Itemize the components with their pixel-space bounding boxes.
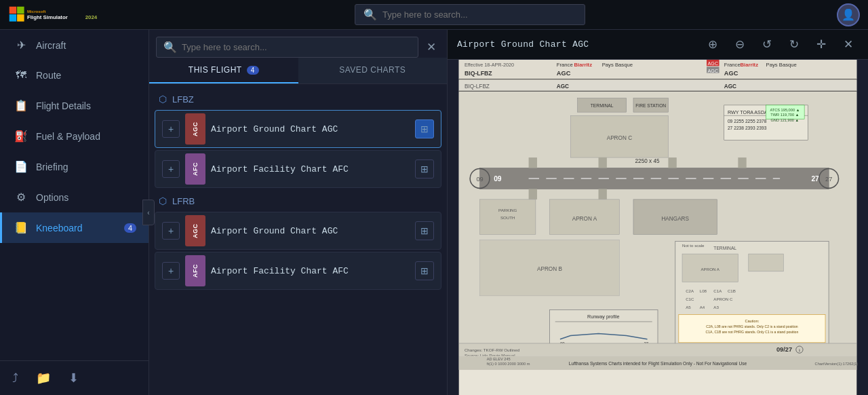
svg-text:C1A: C1A bbox=[713, 288, 722, 293]
kneeboard-search-close[interactable]: ✕ bbox=[422, 37, 440, 57]
kneeboard-search-area: 🔍 ✕ bbox=[149, 30, 447, 58]
kneeboard-icon: 📒 bbox=[14, 221, 28, 234]
chart-view: Airport Ground Chart AGC ⊕ ⊖ ↺ ↻ ✛ ✕ Eff… bbox=[448, 30, 868, 395]
svg-text:A4: A4 bbox=[700, 305, 705, 309]
chart-title: Airport Ground Chart AGC bbox=[457, 39, 696, 50]
svg-text:Lufthansa Systems Charts inten: Lufthansa Systems Charts intended for Fl… bbox=[569, 361, 747, 366]
chart-svg: Effective 18-APR-2020 BIQ-LFBZ France Bi… bbox=[448, 60, 868, 395]
sidebar-collapse-button[interactable]: ‹ bbox=[142, 200, 155, 225]
svg-text:09  2255 2255 2378: 09 2255 2255 2378 bbox=[728, 119, 767, 124]
upload-button[interactable]: ⤴ bbox=[9, 369, 21, 388]
svg-text:Changes: TKOF-RW Outlined: Changes: TKOF-RW Outlined bbox=[465, 347, 520, 352]
svg-text:2024: 2024 bbox=[85, 14, 98, 20]
chart-item-lfbz-afc[interactable]: + AFC Airport Facility Chart AFC ⊞ bbox=[155, 150, 441, 188]
svg-text:Biarritz: Biarritz bbox=[574, 62, 593, 68]
sidebar-footer: ⤴ 📁 ⬇ bbox=[0, 360, 149, 395]
chart-item-lfbz-agc[interactable]: + AGC Airport Ground Chart AGC ⊞ bbox=[155, 110, 441, 148]
svg-text:TERMINAL: TERMINAL bbox=[713, 246, 736, 250]
lfrb-afc-tag: AFC bbox=[185, 255, 205, 286]
chart-content: Effective 18-APR-2020 BIQ-LFBZ France Bi… bbox=[448, 60, 868, 395]
sidebar-item-fuel-payload[interactable]: ⛽ Fuel & Payload bbox=[0, 121, 149, 151]
svg-text:2250 x 45: 2250 x 45 bbox=[635, 158, 660, 164]
svg-text:AD ELEV 245: AD ELEV 245 bbox=[487, 357, 511, 361]
lfrb-agc-add-btn[interactable]: + bbox=[162, 222, 180, 240]
svg-rect-2 bbox=[9, 14, 17, 22]
svg-rect-8 bbox=[459, 60, 857, 79]
sidebar-item-briefing[interactable]: 📄 Briefing bbox=[0, 151, 149, 182]
chart-item-lfrb-agc[interactable]: + AGC Airport Ground Chart AGC ⊞ bbox=[155, 212, 441, 250]
sidebar-item-flight-details[interactable]: 📋 Flight Details bbox=[0, 90, 149, 121]
svg-text:09: 09 bbox=[494, 175, 502, 183]
svg-text:Effective 18-APR-2020: Effective 18-APR-2020 bbox=[465, 62, 514, 68]
refresh-button[interactable]: ↻ bbox=[784, 35, 804, 55]
svg-text:Runway profile: Runway profile bbox=[587, 314, 620, 320]
folder-button[interactable]: 📁 bbox=[33, 368, 54, 388]
lfbz-afc-name: Airport Facility Chart AFC bbox=[211, 164, 410, 174]
lfrb-afc-add-btn[interactable]: + bbox=[162, 262, 180, 280]
svg-text:C1B: C1B bbox=[728, 288, 736, 293]
svg-rect-24 bbox=[459, 80, 857, 91]
sidebar-item-options-label: Options bbox=[36, 192, 68, 203]
reset-button[interactable]: ↺ bbox=[757, 35, 777, 55]
svg-text:APRON A: APRON A bbox=[701, 267, 720, 271]
topbar: Microsoft Flight Simulator 2024 🔍 👤 bbox=[0, 0, 868, 30]
svg-text:09: 09 bbox=[476, 176, 483, 183]
svg-text:BIQ-LFBZ: BIQ-LFBZ bbox=[465, 70, 492, 77]
kneeboard-search-input[interactable] bbox=[182, 42, 411, 52]
svg-rect-1 bbox=[17, 6, 24, 14]
lfbz-agc-name: Airport Ground Chart AGC bbox=[211, 124, 410, 134]
svg-rect-41 bbox=[529, 157, 537, 168]
sidebar-item-route[interactable]: 🗺 Route bbox=[0, 60, 149, 90]
global-search-bar[interactable]: 🔍 bbox=[355, 4, 585, 25]
lfbz-agc-view-btn[interactable]: ⊞ bbox=[415, 119, 434, 138]
airport-header-lfrb: ⬡ LFRB bbox=[149, 190, 447, 210]
close-chart-button[interactable]: ✕ bbox=[838, 35, 859, 55]
svg-text:AGC: AGC bbox=[557, 70, 571, 77]
lfrb-hex-icon: ⬡ bbox=[159, 195, 167, 206]
lfbz-afc-tag: AFC bbox=[185, 153, 205, 185]
chart-item-lfrb-afc[interactable]: + AFC Airport Facility Chart AFC ⊞ bbox=[155, 252, 441, 290]
svg-text:AGC: AGC bbox=[708, 68, 719, 74]
main-layout: ✈ Aircraft 🗺 Route 📋 Flight Details ⛽ Fu… bbox=[0, 30, 868, 395]
svg-text:France: France bbox=[557, 62, 573, 68]
sidebar-item-kneeboard-label: Kneeboard bbox=[36, 223, 83, 233]
global-search-input[interactable] bbox=[382, 10, 576, 20]
briefing-icon: 📄 bbox=[14, 160, 28, 173]
zoom-out-button[interactable]: ⊖ bbox=[730, 35, 750, 55]
svg-text:C2A, L08 are not PHRG stands. : C2A, L08 are not PHRG stands. Only C2 is… bbox=[706, 324, 797, 328]
avatar[interactable]: 👤 bbox=[837, 3, 860, 26]
sidebar-item-options[interactable]: ⚙ Options bbox=[0, 182, 149, 212]
tab-this-flight[interactable]: THIS FLIGHT 4 bbox=[149, 58, 298, 83]
svg-text:TWR 119,700 ▲: TWR 119,700 ▲ bbox=[770, 113, 799, 117]
lfbz-afc-add-btn[interactable]: + bbox=[162, 160, 180, 178]
tab-saved-charts[interactable]: SAVED CHARTS bbox=[298, 58, 448, 83]
lfbz-afc-view-btn[interactable]: ⊞ bbox=[415, 159, 434, 178]
download-button[interactable]: ⬇ bbox=[66, 368, 81, 388]
kneeboard-badge: 4 bbox=[124, 223, 136, 233]
sidebar-item-kneeboard[interactable]: 📒 Kneeboard 4 bbox=[0, 212, 149, 243]
crosshair-button[interactable]: ✛ bbox=[811, 35, 831, 55]
svg-text:09/27: 09/27 bbox=[776, 346, 792, 353]
sidebar-item-flight-details-label: Flight Details bbox=[36, 100, 91, 111]
lfrb-afc-name: Airport Facility Chart AFC bbox=[211, 266, 410, 276]
flight-details-icon: 📋 bbox=[14, 99, 28, 112]
svg-text:L08: L08 bbox=[700, 288, 707, 293]
svg-text:27: 27 bbox=[825, 176, 832, 183]
zoom-in-button[interactable]: ⊕ bbox=[703, 35, 723, 55]
options-icon: ⚙ bbox=[14, 191, 28, 204]
svg-text:AGC: AGC bbox=[557, 83, 569, 90]
svg-text:Not to scale: Not to scale bbox=[682, 243, 705, 248]
tab-saved-charts-label: SAVED CHARTS bbox=[339, 65, 406, 75]
lfrb-agc-view-btn[interactable]: ⊞ bbox=[415, 221, 434, 240]
lfbz-agc-add-btn[interactable]: + bbox=[162, 120, 180, 138]
logo: Microsoft Flight Simulator 2024 bbox=[8, 4, 103, 26]
tab-this-flight-badge: 4 bbox=[247, 66, 259, 75]
sidebar-item-aircraft[interactable]: ✈ Aircraft bbox=[0, 30, 149, 60]
svg-text:Microsoft: Microsoft bbox=[27, 8, 46, 13]
lfrb-agc-name: Airport Ground Chart AGC bbox=[211, 226, 410, 236]
svg-rect-77 bbox=[749, 254, 783, 271]
lfrb-afc-view-btn[interactable]: ⊞ bbox=[415, 261, 434, 280]
svg-text:C2A: C2A bbox=[686, 288, 694, 293]
tab-this-flight-label: THIS FLIGHT bbox=[189, 65, 242, 75]
svg-text:HANGARS: HANGARS bbox=[661, 216, 689, 222]
